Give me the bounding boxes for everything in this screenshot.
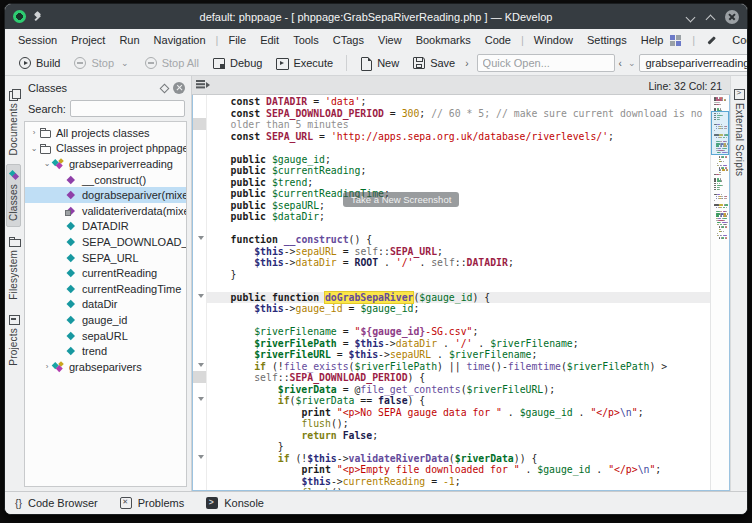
menu-settings[interactable]: Settings <box>580 32 634 48</box>
menu-edit[interactable]: Edit <box>253 32 286 48</box>
gutter-row[interactable] <box>193 452 206 464</box>
gutter-row[interactable] <box>193 187 206 199</box>
gutter-row[interactable] <box>193 130 206 142</box>
expander-icon[interactable]: ⌄ <box>42 159 52 168</box>
dropdown-icon[interactable]: ⌄ <box>119 58 131 68</box>
code-line[interactable]: $this->sepaURL = self::SEPA_URL; <box>207 246 710 258</box>
tree-item-datadir[interactable]: DATADIR <box>25 219 186 235</box>
gutter-row[interactable] <box>193 141 206 153</box>
tree-item-currentreading[interactable]: currentReading <box>25 265 186 281</box>
new-button[interactable]: New <box>354 54 405 72</box>
code-line[interactable]: const DATADIR = 'data'; <box>207 96 710 108</box>
gutter-row[interactable] <box>193 233 206 245</box>
code-line[interactable] <box>207 142 710 154</box>
gutter-row[interactable] <box>193 107 206 119</box>
gutter-row[interactable] <box>193 440 206 452</box>
code-line[interactable]: flush(); <box>207 487 710 490</box>
gutter-row[interactable] <box>193 268 206 280</box>
code-line[interactable] <box>207 223 710 235</box>
tree-item-__construct-[interactable]: __construct() <box>25 172 186 188</box>
statusbar-problems-button[interactable]: Problems <box>120 497 184 509</box>
nav-back-icon[interactable]: ‹ <box>617 58 624 69</box>
tree-item-datadir[interactable]: dataDir <box>25 297 186 313</box>
gutter-row[interactable] <box>193 164 206 176</box>
code-line[interactable]: } <box>207 269 710 281</box>
gutter-row[interactable] <box>193 176 206 188</box>
statusbar-konsole-button[interactable]: Konsole <box>206 497 264 509</box>
classes-search-input[interactable] <box>70 100 185 117</box>
gutter-row[interactable] <box>193 429 206 441</box>
fold-arrow-icon[interactable] <box>198 363 204 367</box>
gutter-row[interactable] <box>193 153 206 165</box>
menu-view[interactable]: View <box>371 32 409 48</box>
code-menu-right[interactable]: Code <box>725 32 748 48</box>
statusbar-code-browser-button[interactable]: {}Code Browser <box>15 497 98 509</box>
menu-session[interactable]: Session <box>11 32 64 48</box>
fold-arrow-icon[interactable] <box>198 294 204 298</box>
pin-icon[interactable] <box>33 11 44 22</box>
menu-tools[interactable]: Tools <box>286 32 326 48</box>
fold-arrow-icon[interactable] <box>198 397 204 401</box>
code-line[interactable]: self::SEPA_DOWNLOAD_PERIOD) { <box>207 372 710 384</box>
menu-bookmarks[interactable]: Bookmarks <box>409 32 478 48</box>
build-button[interactable]: Build <box>13 54 66 72</box>
menu-file[interactable]: File <box>221 32 253 48</box>
minimap-viewport[interactable] <box>711 111 729 155</box>
code-line[interactable]: $this->dataDir = ROOT . '/' . self::DATA… <box>207 257 710 269</box>
code-line[interactable]: $riverFilename = "${gauge_id}-SG.csv"; <box>207 326 710 338</box>
dock-tab-external-scripts[interactable]: External Scripts <box>733 84 746 181</box>
gutter-row[interactable] <box>193 371 206 383</box>
code-line[interactable]: flush(); <box>207 418 710 430</box>
gutter-row[interactable] <box>193 463 206 475</box>
dock-tab-documents[interactable]: Documents <box>7 84 20 160</box>
code-line[interactable]: $this->gauge_id = $gauge_id; <box>207 303 710 315</box>
code-line[interactable]: $this->currentReading = -1; <box>207 476 710 488</box>
tree-item-grabsepariverreading[interactable]: ⌄grabsepariverreading <box>25 156 186 172</box>
tree-item-classes-in-project-phppage[interactable]: ⌄Classes in project phppage <box>25 141 186 157</box>
session-grid-icon[interactable] <box>670 35 681 46</box>
gutter-row[interactable] <box>193 314 206 326</box>
gutter-row[interactable] <box>193 118 206 130</box>
code-line[interactable]: if (!file_exists($riverFilePath) || time… <box>207 361 710 373</box>
gutter-row[interactable] <box>193 348 206 360</box>
code-line[interactable]: if($riverData == false) { <box>207 395 710 407</box>
gutter-row[interactable] <box>193 394 206 406</box>
dock-tab-projects[interactable]: Projects <box>7 309 20 371</box>
tree-item-trend[interactable]: trend <box>25 343 186 359</box>
expander-icon[interactable]: › <box>42 362 52 371</box>
expander-icon[interactable]: › <box>29 128 39 137</box>
menu-project[interactable]: Project <box>64 32 112 48</box>
close-icon[interactable] <box>725 10 739 24</box>
gutter-row[interactable] <box>193 222 206 234</box>
code-line[interactable]: public $dataDir; <box>207 211 710 223</box>
gutter-row[interactable] <box>193 337 206 349</box>
toolbar-overflow-icon[interactable]: › <box>463 58 470 69</box>
menu-navigation[interactable]: Navigation <box>147 32 213 48</box>
nav-dropdown-icon[interactable]: ⌄ <box>626 58 638 68</box>
gutter-row[interactable] <box>193 406 206 418</box>
code-line[interactable]: $riverFileURL = $this->sepaURL . $riverF… <box>207 349 710 361</box>
code-line[interactable]: older than 5 minutes <box>207 119 710 131</box>
maximize-icon[interactable] <box>705 11 716 22</box>
menu-window[interactable]: Window <box>527 32 580 48</box>
gutter-row[interactable] <box>193 245 206 257</box>
code-line[interactable]: } <box>207 441 710 453</box>
close-panel-icon[interactable] <box>173 82 185 94</box>
gutter-row[interactable] <box>193 325 206 337</box>
code-editor[interactable]: const DATADIR = 'data'; const SEPA_DOWNL… <box>192 95 730 491</box>
quick-open-input[interactable] <box>477 54 615 72</box>
code-line[interactable]: $riverData = @file_get_contents($riverFi… <box>207 384 710 396</box>
tree-item-validateriverdata-mixed-[interactable]: validateriverdata(mixed) <box>25 203 186 219</box>
code-line[interactable]: public function doGrabSepaRiver($gauge_i… <box>207 292 710 304</box>
tree-item-sepa_url[interactable]: SEPA_URL <box>25 250 186 266</box>
toolbar-search-input[interactable] <box>639 54 748 72</box>
editor-gutter[interactable] <box>193 95 207 490</box>
tree-item-gauge_id[interactable]: gauge_id <box>25 312 186 328</box>
gutter-row[interactable] <box>193 486 206 498</box>
document-list-icon[interactable] <box>196 79 210 91</box>
titlebar[interactable]: default: phppage - [ phppage:GrabSepaRiv… <box>5 4 747 29</box>
gutter-row[interactable] <box>193 475 206 487</box>
tree-item-grabseparivers[interactable]: ›grabseparivers <box>25 359 186 375</box>
code-line[interactable]: public $gauge_id; <box>207 154 710 166</box>
tree-item-dograbsepariver-mixed-[interactable]: dograbsepariver(mixed) <box>25 187 186 203</box>
